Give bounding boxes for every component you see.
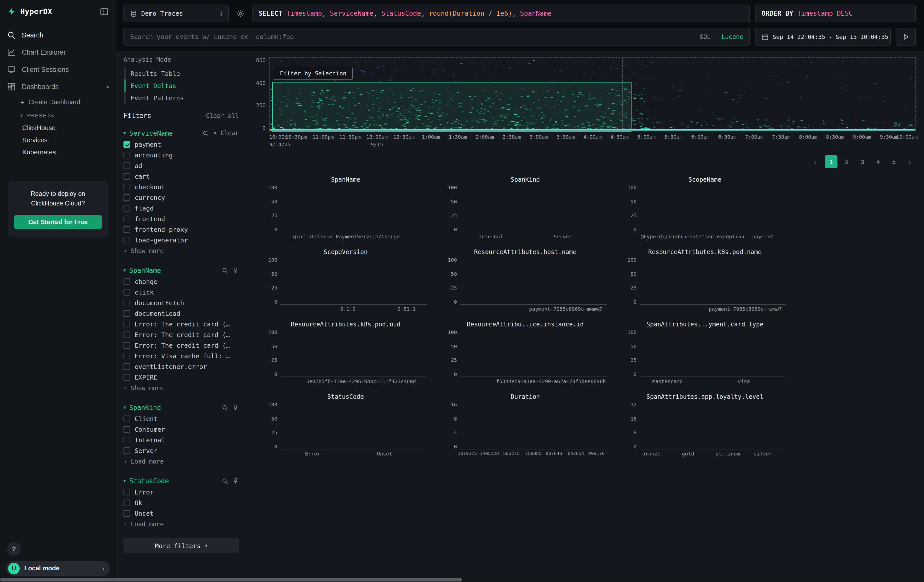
filter-by-selection-button[interactable]: Filter by Selection [274,67,352,80]
sidebar-item-search[interactable]: Search [0,26,116,43]
filter-option-expire[interactable]: EXPIRE [124,372,239,383]
mode-results-table[interactable]: Results Table [124,67,239,79]
horizontal-scrollbar[interactable] [0,577,924,582]
filter-option-checkout[interactable]: checkout [124,182,239,192]
mode-event-deltas[interactable]: Event Deltas [124,79,239,92]
time-range-picker[interactable]: Sep 14 22:04:35 - Sep 15 10:04:35 [755,28,891,46]
clear-all-button[interactable]: Clear all [206,112,239,119]
filter-group-StatusCode[interactable]: ▾StatusCode [124,475,239,487]
page-5-button[interactable]: 5 [888,155,900,168]
facet-plot[interactable] [640,257,786,305]
page-1-button[interactable]: 1 [825,155,837,168]
filter-option-ok[interactable]: Ok [124,498,239,508]
filter-option-error-visa-cache-full-[interactable]: Error: Visa cache full: … [124,351,239,361]
sidebar-item-dashboards[interactable]: Dashboards ▴ [0,78,116,95]
filter-option-ad[interactable]: ad [124,160,239,171]
help-button[interactable]: ? [7,542,21,556]
lucene-mode-toggle[interactable]: Lucene [721,33,743,40]
facet-plot[interactable] [460,257,607,305]
filter-option-consumer[interactable]: Consumer [124,424,239,435]
filter-group-SpanName[interactable]: ▾SpanName [124,264,239,276]
pin-icon[interactable] [232,267,239,274]
search-icon[interactable] [222,478,228,484]
filter-option-internal[interactable]: Internal [124,435,239,445]
sidebar-preset-services[interactable]: Services [0,134,116,146]
lucene-search-input[interactable]: Search your events w/ Lucene ex. column:… [124,28,750,46]
sidebar-preset-kubernetes[interactable]: Kubernetes [0,146,116,158]
filter-option-error-the-credit-card-[interactable]: Error: The credit card (… [124,330,239,340]
hyperdx-logo[interactable]: HyperDX [7,7,52,16]
scrollbar-thumb[interactable] [0,578,462,582]
page-4-button[interactable]: 4 [872,155,884,168]
filter-option-client[interactable]: Client [124,414,239,424]
sidebar-item-chart-explorer[interactable]: Chart Explorer [0,43,116,61]
search-icon[interactable] [222,404,228,411]
facet-plot[interactable] [280,257,427,305]
presets-toggle[interactable]: ▾ PRESETS [0,109,116,122]
gear-icon[interactable] [234,5,247,22]
facet-plot[interactable] [460,330,607,377]
load-more-button[interactable]: › Show more [124,246,239,257]
timechart-plot[interactable]: Filter by Selection [269,57,916,132]
page-2-button[interactable]: 2 [840,155,853,168]
clear-filter-button[interactable]: × Clear [213,130,239,137]
filter-group-SpanKind[interactable]: ▾SpanKind [124,401,239,414]
filter-option-documentfetch[interactable]: documentFetch [124,298,239,308]
filter-panel: Analysis Mode Results Table Event Deltas… [116,51,246,582]
filter-option-eventlistener-error[interactable]: eventListener.error [124,361,239,372]
filter-option-payment[interactable]: payment [124,139,239,150]
facet-chart: SpanKind10050250InternalServer [444,176,607,240]
facet-plot[interactable] [640,185,786,232]
pagination-next[interactable]: › [903,155,916,168]
facet-plot[interactable] [460,402,607,449]
facet-plot[interactable] [280,330,427,377]
filter-option-accounting[interactable]: accounting [124,150,239,160]
order-by-input[interactable]: ORDER BY Timestamp DESC [755,5,916,22]
filter-option-currency[interactable]: currency [124,192,239,203]
run-query-button[interactable] [896,28,916,46]
checkbox-icon [124,184,130,190]
sidebar-item-client-sessions[interactable]: Client Sessions [0,61,116,78]
filter-option-flagd[interactable]: flagd [124,203,239,214]
filter-option-frontend-proxy[interactable]: frontend-proxy [124,224,239,235]
filter-option-click[interactable]: click [124,287,239,298]
facet-plot[interactable] [280,402,427,449]
filter-group-ServiceName[interactable]: ▾ServiceName× Clear [124,127,239,139]
filter-option-load-generator[interactable]: load-generator [124,235,239,246]
sidebar-preset-clickhouse[interactable]: ClickHouse [0,122,116,134]
filter-option-change[interactable]: change [124,276,239,287]
page-3-button[interactable]: 3 [856,155,869,168]
load-more-button[interactable]: › Load more [124,456,239,467]
filter-option-frontend[interactable]: frontend [124,214,239,224]
pagination-prev[interactable]: ‹ [809,155,822,168]
search-placeholder: Search your events w/ Lucene ex. column:… [130,33,294,41]
facet-title: SpanKind [444,176,607,185]
filter-option-error-the-credit-card-[interactable]: Error: The credit card (… [124,319,239,330]
get-started-button[interactable]: Get Started for Free [14,215,102,229]
local-mode-button[interactable]: U Local mode › [6,561,110,576]
facet-plot[interactable] [640,402,786,449]
more-filters-button[interactable]: More filters▾ [124,538,239,553]
filter-option-cart[interactable]: cart [124,171,239,182]
filter-option-documentload[interactable]: documentLoad [124,308,239,319]
facet-plot[interactable] [280,185,427,232]
sql-mode-toggle[interactable]: SQL [700,33,710,40]
source-select[interactable]: Demo Traces ▴▾ [124,5,229,22]
pin-icon[interactable] [232,404,239,411]
filter-option-unset[interactable]: Unset [124,508,239,519]
search-icon[interactable] [222,267,228,274]
mode-event-patterns[interactable]: Event Patterns [124,92,239,104]
filter-option-error[interactable]: Error [124,487,239,498]
facet-plot[interactable] [640,330,786,377]
filter-option-error-the-credit-card-[interactable]: Error: The credit card (… [124,340,239,351]
filter-option-server[interactable]: Server [124,445,239,456]
chart-selection[interactable] [272,82,631,132]
collapse-sidebar-icon[interactable] [100,7,109,16]
load-more-button[interactable]: › Show more [124,383,239,394]
search-icon[interactable] [203,130,209,137]
load-more-button[interactable]: › Load more [124,519,239,530]
create-dashboard-button[interactable]: + Create Dashboard [0,95,116,109]
pin-icon[interactable] [232,478,239,484]
facet-plot[interactable] [460,185,607,232]
sql-select-input[interactable]: SELECT Timestamp, ServiceName, StatusCod… [252,5,750,22]
